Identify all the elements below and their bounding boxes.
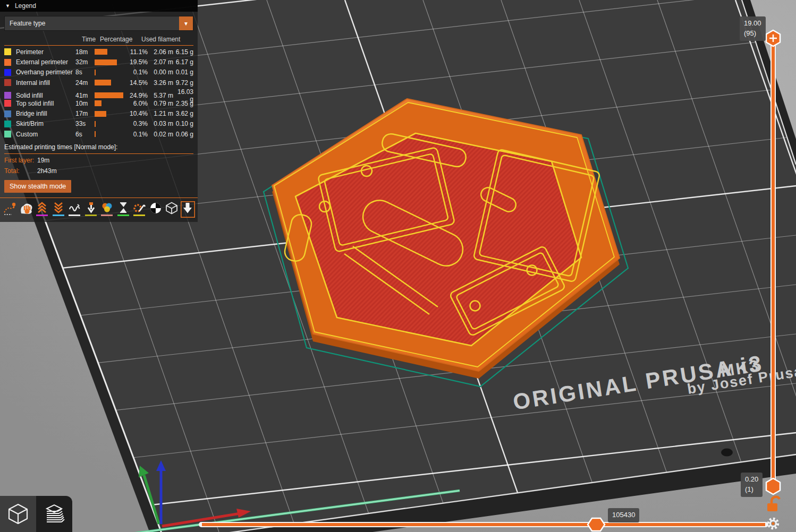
first-layer-value: 19m [37, 157, 49, 165]
percentage-bar [95, 70, 96, 75]
feature-percentage: 0.1% [125, 68, 148, 76]
col-used-filament: Used filament [141, 36, 193, 43]
legend-title: Legend [15, 2, 36, 10]
tool-changes-icon[interactable] [83, 201, 98, 218]
feature-label: Top solid infill [16, 100, 75, 107]
view-mode-switcher [0, 496, 72, 532]
legend-row: Overhang perimeter 8s 0.1% 0.00 m 0.01 g [4, 67, 193, 78]
pause-prints-icon[interactable] [116, 201, 130, 218]
feature-label: Internal infill [16, 79, 75, 87]
seams-icon[interactable] [67, 201, 82, 218]
preview-view-button[interactable] [36, 496, 72, 532]
feature-swatch [4, 100, 11, 107]
feature-percentage: 0.3% [125, 120, 148, 127]
feature-used-m: 3.26 m [148, 79, 173, 87]
shells-icon[interactable] [148, 201, 163, 218]
percentage-bar [95, 121, 96, 127]
feature-swatch [4, 69, 11, 76]
feature-used-g: 2.35 g [173, 100, 193, 107]
feature-time: 18m [75, 48, 95, 56]
legend-row: Perimeter 18m 11.1% 2.06 m 6.15 g [4, 47, 193, 57]
active-tool-icon[interactable] [181, 201, 195, 218]
collapse-icon[interactable]: ▼ [5, 3, 10, 8]
legend-panel: ▼ Legend Feature type ▼ Time Percentage … [0, 0, 198, 222]
feature-used-m: 2.06 m [148, 48, 173, 56]
feature-percentage: 24.9% [125, 92, 148, 99]
move-value: 105430 [612, 511, 635, 519]
view-type-value: Feature type [10, 20, 45, 27]
view-type-select[interactable]: Feature type ▼ [4, 16, 193, 31]
bed-screw-hole [721, 449, 733, 457]
layer-slider-top-tooltip: 19.00 (95) [740, 16, 766, 41]
bottom-layer-height: 0.20 [745, 475, 758, 485]
first-layer-label: First layer: [4, 157, 37, 165]
feature-time: 32m [75, 58, 95, 66]
editor-view-button[interactable] [0, 496, 36, 532]
feature-used-g: 3.62 g [173, 110, 193, 117]
legend-row: Custom 6s 0.1% 0.02 m 0.06 g [4, 129, 193, 139]
legend-row: Solid infill 41m 24.9% 5.37 m 16.03 g [4, 88, 193, 98]
color-changes-icon[interactable] [100, 201, 114, 218]
feature-used-g: 0.10 g [173, 120, 193, 127]
feature-used-g: 9.72 g [173, 79, 193, 87]
feature-used-g: 0.06 g [173, 131, 193, 138]
legend-toolbar [0, 198, 198, 222]
percentage-bar [95, 111, 106, 117]
feature-time: 24m [75, 79, 95, 87]
legend-row: Bridge infill 17m 10.4% 1.21 m 3.62 g [4, 108, 193, 118]
feature-label: External perimeter [16, 58, 75, 66]
feature-used-m: 1.21 m [148, 110, 173, 117]
total-value: 2h43m [37, 167, 57, 175]
feature-time: 33s [75, 120, 95, 127]
legend-row: Skirt/Brim 33s 0.3% 0.03 m 0.10 g [4, 119, 193, 129]
total-time-row: Total: 2h43m [0, 166, 198, 176]
feature-swatch [4, 59, 11, 66]
percentage-bar [95, 131, 96, 137]
percentage-bar [95, 59, 117, 65]
feature-time: 17m [75, 110, 95, 117]
feature-used-m: 2.07 m [148, 58, 173, 66]
feature-time: 41m [75, 92, 95, 99]
top-layer-height: 19.00 [744, 19, 761, 29]
total-label: Total: [4, 167, 37, 175]
percentage-bar [95, 92, 123, 98]
col-time: Time [82, 36, 100, 43]
tool-marker-icon[interactable] [165, 201, 179, 218]
moves-slider-tooltip: 105430 [608, 508, 639, 522]
feature-used-m: 0.00 m [148, 68, 173, 76]
deretractions-icon[interactable] [51, 201, 65, 218]
feature-percentage: 11.1% [125, 48, 148, 56]
feature-label: Perimeter [16, 48, 75, 56]
dropdown-button[interactable]: ▼ [179, 16, 193, 30]
top-layer-number: (95) [744, 29, 761, 39]
feature-percentage: 14.5% [125, 79, 148, 87]
feature-used-g: 0.01 g [173, 68, 193, 76]
custom-gcodes-icon[interactable] [132, 201, 147, 218]
feature-swatch [4, 121, 11, 127]
layers-icon [41, 501, 67, 527]
retractions-icon[interactable] [35, 201, 49, 218]
feature-swatch [4, 48, 11, 55]
feature-time: 6s [75, 131, 95, 138]
feature-label: Solid infill [16, 92, 75, 99]
travel-paths-icon[interactable] [3, 201, 17, 218]
feature-swatch [4, 92, 11, 99]
show-stealth-mode-button[interactable]: Show stealth mode [4, 180, 71, 193]
estimated-times-title: Estimated printing times [Normal mode]: [0, 140, 198, 153]
legend-table-header: Time Percentage Used filament [4, 34, 193, 45]
feature-label: Skirt/Brim [16, 120, 75, 127]
feature-used-m: 0.03 m [148, 120, 173, 127]
feature-swatch [4, 131, 11, 138]
first-layer-row: First layer: 19m [0, 155, 198, 166]
layer-slider-bottom-tooltip: 0.20 (1) [741, 473, 763, 497]
feature-time: 8s [75, 68, 95, 76]
percentage-bar [95, 100, 101, 106]
col-percentage: Percentage [100, 36, 141, 43]
bottom-layer-number: (1) [745, 485, 758, 495]
legend-header[interactable]: ▼ Legend [0, 0, 198, 12]
feature-used-m: 5.37 m [148, 92, 173, 99]
feature-used-m: 0.79 m [148, 100, 173, 107]
feature-used-g: 6.17 g [173, 58, 193, 66]
wipe-icon[interactable] [19, 201, 33, 218]
feature-swatch [4, 110, 11, 117]
